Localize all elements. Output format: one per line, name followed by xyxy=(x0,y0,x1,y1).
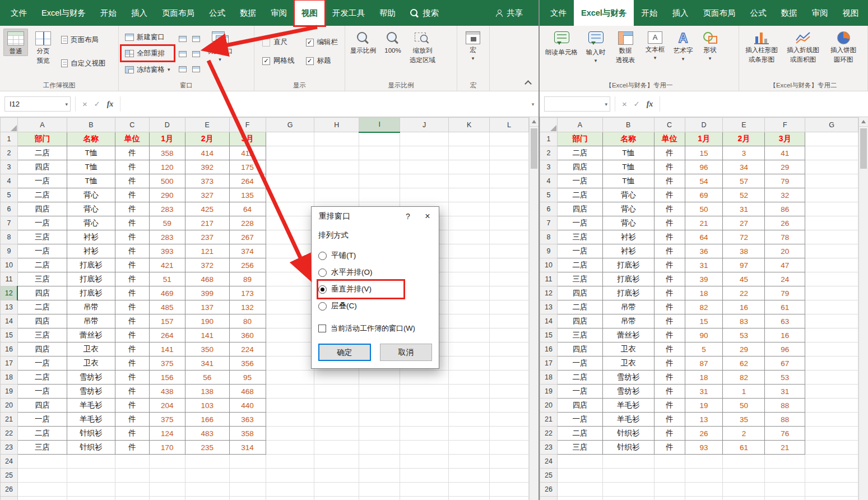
cell-L13[interactable] xyxy=(490,300,529,314)
cell-J3[interactable] xyxy=(400,160,449,174)
cell-K26[interactable] xyxy=(449,483,490,497)
cell-H19[interactable] xyxy=(314,385,359,399)
row-header-6[interactable]: 6 xyxy=(540,202,558,216)
cell-C1[interactable]: 单位 xyxy=(115,132,149,146)
cell-F3[interactable]: 175 xyxy=(229,160,266,174)
cell-E16[interactable]: 350 xyxy=(185,342,229,357)
cell-A16[interactable]: 四店 xyxy=(557,342,602,357)
cell-L6[interactable] xyxy=(490,202,529,216)
row-header-3[interactable]: 3 xyxy=(1,160,18,174)
shapes-button[interactable]: 形状 ▾ xyxy=(698,29,722,63)
cell-F18[interactable]: 53 xyxy=(765,371,805,385)
cell-C16[interactable]: 件 xyxy=(654,342,685,357)
cell-D5[interactable]: 69 xyxy=(685,188,723,202)
cell-J20[interactable] xyxy=(400,399,449,413)
cell-H1[interactable] xyxy=(314,132,359,146)
cell-A3[interactable]: 四店 xyxy=(17,160,67,174)
cell-G8[interactable] xyxy=(266,230,314,244)
cell-A22[interactable]: 二店 xyxy=(17,427,67,441)
cell-B12[interactable]: 打底衫 xyxy=(602,286,654,300)
cell-B16[interactable]: 卫衣 xyxy=(67,342,115,357)
column-header-B[interactable]: B xyxy=(602,118,654,132)
row-header-12[interactable]: 12 xyxy=(1,286,18,300)
cell-L4[interactable] xyxy=(490,174,529,188)
cell-D2[interactable]: 358 xyxy=(149,146,185,160)
cell-F7[interactable]: 26 xyxy=(765,216,805,230)
cell-E26[interactable] xyxy=(185,483,229,497)
cell-F20[interactable]: 440 xyxy=(229,399,266,413)
cell-H24[interactable] xyxy=(314,455,359,469)
cell-E15[interactable]: 53 xyxy=(723,328,765,342)
cell-E1[interactable]: 2月 xyxy=(185,132,229,146)
cell-F11[interactable]: 24 xyxy=(765,272,805,286)
collapse-ribbon-icon[interactable] xyxy=(524,80,532,87)
cell-J4[interactable] xyxy=(400,174,449,188)
cell-G9[interactable] xyxy=(805,244,858,258)
row-header-17[interactable]: 17 xyxy=(1,357,18,371)
cell-C5[interactable]: 件 xyxy=(654,188,685,202)
cell-D7[interactable]: 21 xyxy=(685,216,723,230)
cell-A25[interactable] xyxy=(557,469,602,483)
column-header-F[interactable]: F xyxy=(229,118,266,132)
cell-H5[interactable] xyxy=(314,188,359,202)
cell-D13[interactable]: 82 xyxy=(685,300,723,314)
cell-C4[interactable]: 件 xyxy=(654,174,685,188)
cell-B19[interactable]: 雪纺衫 xyxy=(67,385,115,399)
cell-B26[interactable] xyxy=(67,483,115,497)
cell-G19[interactable] xyxy=(805,385,858,399)
cell-G10[interactable] xyxy=(805,258,858,272)
cell-H27[interactable] xyxy=(314,497,359,500)
cell-D8[interactable]: 64 xyxy=(685,230,723,244)
cell-C9[interactable]: 件 xyxy=(654,244,685,258)
cell-E15[interactable]: 141 xyxy=(185,328,229,342)
cell-A27[interactable] xyxy=(557,497,602,500)
cell-D26[interactable] xyxy=(149,483,185,497)
cell-D25[interactable] xyxy=(149,469,185,483)
cell-G4[interactable] xyxy=(805,174,858,188)
column-header-L[interactable]: L xyxy=(490,118,529,132)
cell-L7[interactable] xyxy=(490,216,529,230)
cell-L22[interactable] xyxy=(490,427,529,441)
active-workbook-checkbox[interactable]: 当前活动工作簿的窗口(W) xyxy=(318,322,432,335)
cell-A23[interactable]: 三店 xyxy=(17,441,67,455)
row-header-25[interactable]: 25 xyxy=(1,469,18,483)
cell-D10[interactable]: 421 xyxy=(149,258,185,272)
cell-C19[interactable]: 件 xyxy=(115,385,149,399)
cell-K21[interactable] xyxy=(449,413,490,427)
cell-F15[interactable]: 16 xyxy=(765,328,805,342)
cell-D9[interactable]: 393 xyxy=(149,244,185,258)
row-header-21[interactable]: 21 xyxy=(540,413,558,427)
cell-F4[interactable]: 79 xyxy=(765,174,805,188)
cell-E27[interactable] xyxy=(185,497,229,500)
cell-D4[interactable]: 54 xyxy=(685,174,723,188)
row-header-3[interactable]: 3 xyxy=(540,160,558,174)
row-header-19[interactable]: 19 xyxy=(540,385,558,399)
cell-E6[interactable]: 31 xyxy=(723,202,765,216)
cell-B23[interactable]: 针织衫 xyxy=(67,441,115,455)
cell-D16[interactable]: 141 xyxy=(149,342,185,357)
cancel-entry-icon[interactable]: × xyxy=(82,99,87,109)
cell-G18[interactable] xyxy=(805,371,858,385)
cell-C10[interactable]: 件 xyxy=(654,258,685,272)
column-header-H[interactable]: H xyxy=(314,118,359,132)
cell-D23[interactable]: 170 xyxy=(149,441,185,455)
cell-D25[interactable] xyxy=(685,469,723,483)
cell-C25[interactable] xyxy=(654,469,685,483)
scroll-thumb[interactable] xyxy=(531,128,537,169)
cell-K1[interactable] xyxy=(449,132,490,146)
cell-A17[interactable]: 一店 xyxy=(557,357,602,371)
cell-F16[interactable]: 224 xyxy=(229,342,266,357)
cell-K12[interactable] xyxy=(449,286,490,300)
new-window-button[interactable]: 新建窗口 xyxy=(122,30,173,44)
cell-C8[interactable]: 件 xyxy=(654,230,685,244)
cell-J24[interactable] xyxy=(400,455,449,469)
normal-view-button[interactable]: 普通 xyxy=(3,29,28,56)
cell-F1[interactable]: 3月 xyxy=(229,132,266,146)
cell-F14[interactable]: 80 xyxy=(229,314,266,328)
row-header-24[interactable]: 24 xyxy=(1,455,18,469)
wordart-button[interactable]: 艺术字 ▾ xyxy=(671,29,695,64)
ribbon-tab-Excel与财务[interactable]: Excel与财务 xyxy=(574,0,634,26)
cell-G25[interactable] xyxy=(805,469,858,483)
cell-E14[interactable]: 83 xyxy=(723,314,765,328)
radio-option-4[interactable]: 层叠(C) xyxy=(318,298,403,314)
